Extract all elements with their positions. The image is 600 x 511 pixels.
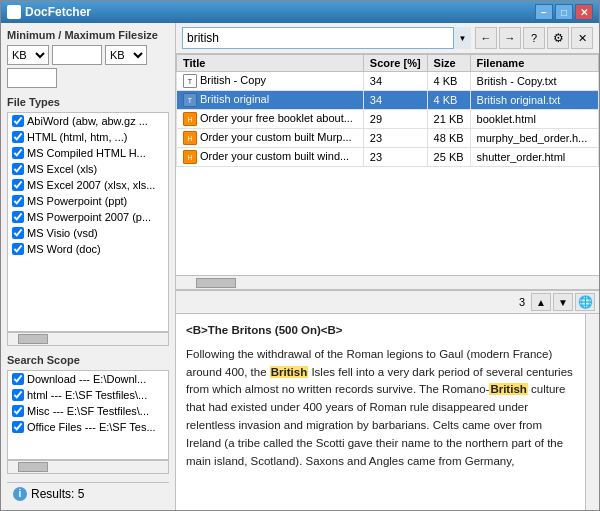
app-icon — [7, 5, 21, 19]
cell-size: 4 KB — [427, 91, 470, 110]
filetype-ms-visio-label: MS Visio (vsd) — [27, 227, 98, 239]
preferences-button[interactable]: ⚙ — [547, 27, 569, 49]
cell-score: 34 — [363, 91, 427, 110]
filesize-min-unit[interactable]: KB MB GB — [7, 45, 49, 65]
filetype-ms-word-checkbox[interactable] — [12, 243, 24, 255]
table-row[interactable]: TBritish original 34 4 KB British origin… — [177, 91, 599, 110]
table-row[interactable]: HOrder your free booklet about... 29 21 … — [177, 110, 599, 129]
search-actions: ← → ? ⚙ ✕ — [475, 27, 593, 49]
scope-html-checkbox[interactable] — [12, 389, 24, 401]
cell-title: HOrder your custom built wind... — [177, 148, 364, 167]
highlight-british-1: British — [270, 366, 308, 378]
filetype-ms-compiled-html-checkbox[interactable] — [12, 147, 24, 159]
search-dropdown-button[interactable]: ▼ — [453, 27, 471, 49]
cell-title: HOrder your free booklet about... — [177, 110, 364, 129]
col-score[interactable]: Score [%] — [363, 55, 427, 72]
results-hscroll[interactable] — [176, 275, 599, 289]
filesize-controls: KB MB GB KB MB GB — [7, 45, 169, 88]
close-search-button[interactable]: ✕ — [571, 27, 593, 49]
filesize-label: Minimum / Maximum Filesize — [7, 29, 169, 41]
filesize-max-unit[interactable]: KB MB GB — [105, 45, 147, 65]
maximize-button[interactable]: □ — [555, 4, 573, 20]
cell-title: TBritish original — [177, 91, 364, 110]
scope-misc-checkbox[interactable] — [12, 405, 24, 417]
filetype-ms-excel-checkbox[interactable] — [12, 163, 24, 175]
preview-pane: 3 ▲ ▼ 🌐 <B>The Britons (500 On)<B> Follo… — [176, 290, 599, 510]
filetype-ms-visio: MS Visio (vsd) — [8, 225, 168, 241]
table-row[interactable]: TBritish - Copy 34 4 KB British - Copy.t… — [177, 72, 599, 91]
scope-section: Search Scope Download --- E:\Downl... ht… — [7, 354, 169, 474]
minimize-button[interactable]: − — [535, 4, 553, 20]
filetype-abiword-label: AbiWord (abw, abw.gz ... — [27, 115, 148, 127]
filetypes-section: File Types AbiWord (abw, abw.gz ... HTML… — [7, 96, 169, 346]
filetype-html-checkbox[interactable] — [12, 131, 24, 143]
preview-next-button[interactable]: ▼ — [553, 293, 573, 311]
forward-button[interactable]: → — [499, 27, 521, 49]
cell-filename: murphy_bed_order.h... — [470, 129, 598, 148]
filetype-html-label: HTML (html, htm, ...) — [27, 131, 127, 143]
file-type-icon: H — [183, 150, 197, 164]
table-row[interactable]: HOrder your custom built Murp... 23 48 K… — [177, 129, 599, 148]
filetype-ms-word-label: MS Word (doc) — [27, 243, 101, 255]
filetypes-list: AbiWord (abw, abw.gz ... HTML (html, htm… — [7, 112, 169, 332]
col-size[interactable]: Size — [427, 55, 470, 72]
filesize-max-input[interactable] — [7, 68, 57, 88]
right-panel: ▼ ← → ? ⚙ ✕ Title Sco — [176, 23, 599, 510]
scope-download-checkbox[interactable] — [12, 373, 24, 385]
cell-score: 29 — [363, 110, 427, 129]
cell-size: 25 KB — [427, 148, 470, 167]
table-row[interactable]: HOrder your custom built wind... 23 25 K… — [177, 148, 599, 167]
filetypes-label: File Types — [7, 96, 169, 108]
scope-misc: Misc --- E:\SF Testfiles\... — [8, 403, 168, 419]
preview-scrollbar[interactable] — [585, 314, 599, 510]
scope-hscroll[interactable] — [7, 460, 169, 474]
scope-misc-label: Misc --- E:\SF Testfiles\... — [27, 405, 149, 417]
filesize-min-input[interactable] — [52, 45, 102, 65]
search-bar: ▼ ← → ? ⚙ ✕ — [176, 23, 599, 54]
filetypes-hscroll-thumb — [18, 334, 48, 344]
app-title: DocFetcher — [25, 5, 535, 19]
scope-hscroll-thumb — [18, 462, 48, 472]
cell-size: 48 KB — [427, 129, 470, 148]
close-button[interactable]: ✕ — [575, 4, 593, 20]
cell-filename: British - Copy.txt — [470, 72, 598, 91]
title-bar: DocFetcher − □ ✕ — [1, 1, 599, 23]
filetype-ms-compiled-html: MS Compiled HTML H... — [8, 145, 168, 161]
scope-office-files-checkbox[interactable] — [12, 421, 24, 433]
file-type-icon: H — [183, 131, 197, 145]
back-button[interactable]: ← — [475, 27, 497, 49]
preview-inner: <B>The Britons (500 On)<B> Following the… — [176, 314, 599, 510]
help-button[interactable]: ? — [523, 27, 545, 49]
scope-html: html --- E:\SF Testfiles\... — [8, 387, 168, 403]
results-table-wrap[interactable]: Title Score [%] Size Filename TBritish -… — [176, 54, 599, 275]
preview-browser-button[interactable]: 🌐 — [575, 293, 595, 311]
cell-size: 21 KB — [427, 110, 470, 129]
cell-title: HOrder your custom built Murp... — [177, 129, 364, 148]
filetype-ms-excel-label: MS Excel (xls) — [27, 163, 97, 175]
filetype-ms-ppt-label: MS Powerpoint (ppt) — [27, 195, 127, 207]
filetype-ms-visio-checkbox[interactable] — [12, 227, 24, 239]
filetype-ms-excel-2007-checkbox[interactable] — [12, 179, 24, 191]
preview-paragraph: Following the withdrawal of the Roman le… — [186, 346, 575, 471]
col-filename[interactable]: Filename — [470, 55, 598, 72]
filetype-ms-word: MS Word (doc) — [8, 241, 168, 257]
filetype-ms-ppt-2007-checkbox[interactable] — [12, 211, 24, 223]
scope-html-label: html --- E:\SF Testfiles\... — [27, 389, 147, 401]
filetype-ms-ppt-checkbox[interactable] — [12, 195, 24, 207]
cell-filename: booklet.html — [470, 110, 598, 129]
filetype-ms-ppt: MS Powerpoint (ppt) — [8, 193, 168, 209]
filetype-ms-ppt-2007: MS Powerpoint 2007 (p... — [8, 209, 168, 225]
col-title[interactable]: Title — [177, 55, 364, 72]
scope-office-files: Office Files --- E:\SF Tes... — [8, 419, 168, 435]
cell-size: 4 KB — [427, 72, 470, 91]
filetypes-hscroll[interactable] — [7, 332, 169, 346]
status-text: Results: 5 — [31, 487, 84, 501]
filetype-html: HTML (html, htm, ...) — [8, 129, 168, 145]
preview-prev-button[interactable]: ▲ — [531, 293, 551, 311]
filetype-abiword-checkbox[interactable] — [12, 115, 24, 127]
results-table: Title Score [%] Size Filename TBritish -… — [176, 54, 599, 167]
search-input[interactable] — [182, 27, 471, 49]
left-panel: Minimum / Maximum Filesize KB MB GB KB M… — [1, 23, 176, 510]
preview-content[interactable]: <B>The Britons (500 On)<B> Following the… — [176, 314, 585, 510]
results-area: Title Score [%] Size Filename TBritish -… — [176, 54, 599, 290]
